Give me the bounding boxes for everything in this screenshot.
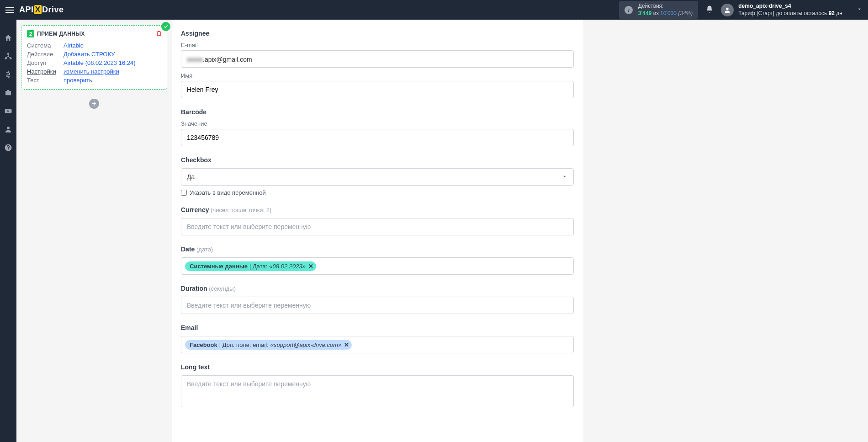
actions-counter[interactable]: i Действия: 3'449 из 10'000 (34%) <box>619 1 698 19</box>
card-value-test[interactable]: проверить <box>64 77 92 84</box>
card-row-test: Тест проверить <box>27 76 161 85</box>
header: APIXDrive i Действия: 3'449 из 10'000 (3… <box>0 0 868 20</box>
logo-text-api: API <box>19 5 34 14</box>
check-icon <box>161 22 170 31</box>
email-blur-part: xxxxx <box>187 51 203 68</box>
date-chip[interactable]: Системные данные | Дата: «08.02.2023» ✕ <box>185 261 316 271</box>
chip-value: «support@apix-drive.com» <box>270 341 342 348</box>
card-label-test: Тест <box>27 77 64 84</box>
card-label-action: Действие <box>27 51 64 58</box>
email-chip[interactable]: Facebook | Доп. поле: email: «support@ap… <box>185 340 352 350</box>
card-title: ПРИЕМ ДАННЫХ <box>37 31 85 37</box>
actions-current: 3'449 <box>638 10 652 16</box>
checkbox-label: Checkbox <box>181 156 574 164</box>
card-label-system: Система <box>27 42 64 49</box>
chevron-down-icon <box>561 173 568 181</box>
chip-sep: | Доп. поле: email: <box>219 341 269 348</box>
user-info: demo_apix-drive_s4 Тариф |Старт| до опла… <box>738 3 842 17</box>
card-value-settings[interactable]: изменить настройки <box>64 68 119 75</box>
card-label-settings: Настройки <box>27 68 64 75</box>
destination-card[interactable]: 2 ПРИЕМ ДАННЫХ Система Airtable Действие… <box>21 25 167 90</box>
date-label: Date (дата) <box>181 245 574 253</box>
assignee-label: Assignee <box>181 30 574 37</box>
actions-total: 10'000 <box>660 10 677 16</box>
variable-checkbox[interactable] <box>181 190 187 196</box>
svg-point-5 <box>7 127 10 129</box>
bell-icon[interactable] <box>705 5 714 15</box>
billing-icon[interactable] <box>4 70 13 79</box>
chip-close-icon[interactable]: ✕ <box>344 341 349 348</box>
card-badge: 2 <box>27 30 34 37</box>
user-icon[interactable] <box>4 125 13 134</box>
checkbox-selected-value: Да <box>187 173 195 181</box>
longtext-input[interactable]: Введите текст или выберите переменную <box>181 375 574 407</box>
email-field-input[interactable]: Facebook | Доп. поле: email: «support@ap… <box>181 336 574 353</box>
card-value-access[interactable]: Airtable (08.02.2023 16:24) <box>64 59 136 66</box>
card-row-system: Система Airtable <box>27 41 161 50</box>
user-menu[interactable]: demo_apix-drive_s4 Тариф |Старт| до опла… <box>721 3 863 17</box>
home-icon[interactable] <box>4 33 13 43</box>
connections-icon[interactable] <box>4 52 13 61</box>
left-panel: 2 ПРИЕМ ДАННЫХ Система Airtable Действие… <box>16 20 172 442</box>
chip-source: Системные данные <box>190 263 248 270</box>
duration-input[interactable] <box>181 297 574 314</box>
email-input[interactable]: xxxxx.apix@gmail.com <box>181 50 574 68</box>
svg-point-0 <box>726 7 729 10</box>
longtext-label: Long text <box>181 363 574 371</box>
currency-group: Currency (чисел после точки: 2) <box>181 206 574 235</box>
actions-pct: (34%) <box>678 10 693 16</box>
barcode-input[interactable] <box>181 129 574 146</box>
checkbox-select[interactable]: Да <box>181 168 574 186</box>
card-row-settings: Настройки изменить настройки <box>27 67 161 76</box>
card-row-access: Доступ Airtable (08.02.2023 16:24) <box>27 59 161 67</box>
sidebar <box>0 20 16 442</box>
email-group: Email Facebook | Доп. поле: email: «supp… <box>181 324 574 353</box>
add-destination-button[interactable]: + <box>89 99 99 109</box>
logo-text-drive: Drive <box>42 5 64 14</box>
email-sublabel: E-mail <box>181 42 574 48</box>
card-value-action[interactable]: Добавить СТРОКУ <box>64 51 115 58</box>
chip-sep: | Дата: <box>249 263 267 270</box>
actions-label: Действия: <box>638 3 693 10</box>
chip-source: Facebook <box>190 341 217 348</box>
currency-label: Currency (чисел после точки: 2) <box>181 206 574 213</box>
email-visible-part: .apix@gmail.com <box>203 56 252 63</box>
name-input[interactable] <box>181 81 574 98</box>
help-icon[interactable] <box>4 143 13 152</box>
trash-icon[interactable] <box>156 30 162 38</box>
checkbox-group: Checkbox Да Указать в виде переменной <box>181 156 574 196</box>
currency-input[interactable] <box>181 218 574 235</box>
main-panel: Assignee E-mail xxxxx.apix@gmail.com Имя… <box>172 20 583 442</box>
email-field-label: Email <box>181 324 574 331</box>
barcode-group: Barcode Значение <box>181 108 574 146</box>
card-label-access: Доступ <box>27 59 64 66</box>
longtext-group: Long text Введите текст или выберите пер… <box>181 363 574 407</box>
logo[interactable]: APIXDrive <box>19 5 64 15</box>
chevron-down-icon <box>856 6 863 14</box>
date-input[interactable]: Системные данные | Дата: «08.02.2023» ✕ <box>181 257 574 275</box>
card-value-system[interactable]: Airtable <box>64 42 84 49</box>
actions-sep: из <box>653 10 659 16</box>
variable-checkbox-row[interactable]: Указать в виде переменной <box>181 189 574 196</box>
header-left: APIXDrive <box>5 5 64 15</box>
card-header: 2 ПРИЕМ ДАННЫХ <box>27 30 161 37</box>
barcode-label: Barcode <box>181 108 574 116</box>
user-name: demo_apix-drive_s4 <box>738 3 842 10</box>
variable-checkbox-label: Указать в виде переменной <box>190 189 266 196</box>
avatar-icon <box>721 4 734 16</box>
duration-label: Duration (секунды) <box>181 285 574 292</box>
duration-group: Duration (секунды) <box>181 285 574 314</box>
main-container: 2 ПРИЕМ ДАННЫХ Система Airtable Действие… <box>16 20 868 442</box>
assignee-group: Assignee E-mail xxxxx.apix@gmail.com Имя <box>181 30 574 98</box>
user-tariff: Тариф |Старт| до оплаты осталось 92 дн <box>738 10 842 17</box>
card-row-action: Действие Добавить СТРОКУ <box>27 50 161 59</box>
actions-value: 3'449 из 10'000 (34%) <box>638 10 693 17</box>
barcode-sublabel: Значение <box>181 120 574 127</box>
svg-point-1 <box>7 53 10 55</box>
youtube-icon[interactable] <box>4 107 13 116</box>
chip-close-icon[interactable]: ✕ <box>308 263 313 270</box>
chip-value: «08.02.2023» <box>269 263 306 270</box>
date-group: Date (дата) Системные данные | Дата: «08… <box>181 245 574 275</box>
menu-icon[interactable] <box>5 7 14 13</box>
briefcase-icon[interactable] <box>4 88 13 97</box>
